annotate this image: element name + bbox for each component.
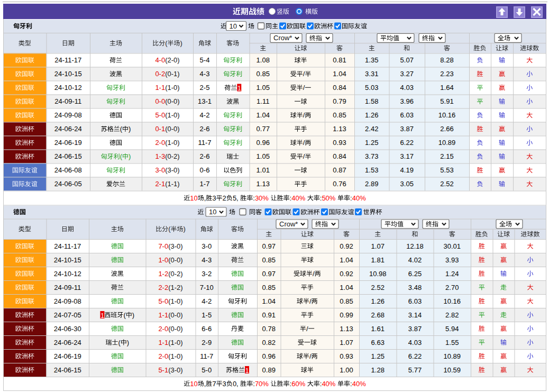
svg-text:/: /: [303, 111, 305, 119]
svg-text:30%: 30%: [255, 194, 269, 202]
svg-text:/: /: [309, 352, 312, 360]
svg-text:(1-0): (1-0): [168, 352, 182, 360]
svg-text:24-09-08: 24-09-08: [54, 297, 81, 305]
svg-text:40%: 40%: [352, 194, 366, 202]
svg-text:10.59: 10.59: [443, 366, 461, 374]
svg-text:3.31: 3.31: [365, 70, 378, 78]
svg-text:10.16: 10.16: [438, 111, 456, 119]
svg-text:24-06-15: 24-06-15: [54, 366, 81, 374]
svg-text:40%: 40%: [352, 380, 366, 388]
svg-text:3: 3: [212, 194, 216, 202]
svg-text:0.82: 0.82: [262, 339, 276, 347]
svg-text:/: /: [313, 270, 315, 278]
svg-text:4.19: 4.19: [400, 166, 414, 174]
svg-text:1.04: 1.04: [257, 111, 270, 119]
svg-text:2: 2: [223, 194, 226, 202]
svg-text:2.68: 2.68: [371, 311, 385, 319]
svg-text:24-06-19: 24-06-19: [54, 352, 81, 360]
svg-text:1.25: 1.25: [371, 352, 385, 360]
svg-text:1.11: 1.11: [257, 97, 269, 105]
svg-text:1-2: 1-2: [158, 270, 168, 278]
svg-text:24-06-24: 24-06-24: [54, 339, 81, 347]
svg-text:8.28: 8.28: [440, 56, 453, 64]
svg-text:4-3: 4-3: [200, 70, 210, 78]
svg-text:5.77: 5.77: [408, 366, 422, 374]
svg-text:3: 3: [223, 380, 226, 388]
svg-text:(0-0): (0-0): [168, 311, 182, 319]
svg-text:2.52: 2.52: [371, 284, 385, 291]
svg-text:24-06-08: 24-06-08: [54, 166, 82, 174]
svg-text:1.00: 1.00: [340, 366, 353, 374]
svg-text:(1-1): (1-1): [165, 180, 179, 188]
svg-text:Crow*: Crow*: [279, 220, 298, 228]
svg-text:10: 10: [190, 380, 197, 388]
svg-text:0.85: 0.85: [333, 111, 346, 119]
svg-text:5.03: 5.03: [365, 84, 378, 92]
svg-text:2.66: 2.66: [440, 125, 453, 133]
svg-text:24-07-05: 24-07-05: [54, 311, 81, 319]
svg-text:5.07: 5.07: [400, 56, 414, 64]
svg-text:0.81: 0.81: [333, 56, 346, 64]
svg-text:12.18: 12.18: [406, 242, 424, 250]
svg-text:1.13: 1.13: [257, 180, 270, 188]
svg-text:0-2: 0-2: [155, 70, 165, 78]
svg-text:0.97: 0.97: [262, 242, 276, 250]
svg-text:1.07: 1.07: [371, 242, 385, 250]
svg-text:24-10-12: 24-10-12: [54, 84, 82, 92]
svg-text:3.14: 3.14: [408, 311, 422, 319]
svg-text:,: ,: [204, 194, 206, 202]
svg-text:0.97: 0.97: [262, 270, 276, 278]
svg-text:60%: 60%: [291, 380, 305, 388]
svg-text:(3-0): (3-0): [168, 366, 182, 374]
svg-text:10: 10: [209, 208, 216, 216]
svg-text:0.87: 0.87: [333, 166, 346, 174]
svg-text:2.42: 2.42: [365, 125, 378, 133]
svg-text:30.01: 30.01: [443, 242, 461, 250]
svg-text:10.16: 10.16: [443, 297, 461, 305]
svg-text:0.85: 0.85: [340, 297, 353, 305]
svg-text:5-0: 5-0: [158, 297, 168, 305]
svg-text:(3-0): (3-0): [168, 242, 182, 250]
svg-text:1-1: 1-1: [155, 84, 165, 92]
svg-text:0.99: 0.99: [340, 311, 353, 319]
svg-text:1: 1: [237, 85, 241, 92]
svg-text:0.91: 0.91: [262, 311, 276, 319]
svg-text:24-10-12: 24-10-12: [54, 270, 81, 278]
svg-text:(0-2): (0-2): [168, 270, 182, 278]
svg-text:3.96: 3.96: [400, 97, 414, 105]
svg-text:70%: 70%: [255, 380, 269, 388]
svg-text:10.89: 10.89: [443, 352, 461, 360]
svg-text:1.58: 1.58: [365, 97, 378, 105]
svg-text:1.81: 1.81: [371, 256, 385, 264]
svg-text:1.04: 1.04: [340, 284, 353, 291]
svg-text:24-09-08: 24-09-08: [54, 111, 82, 119]
svg-text:0.79: 0.79: [333, 97, 346, 105]
svg-text:1.05: 1.05: [257, 152, 270, 160]
svg-text:0.85: 0.85: [262, 256, 276, 264]
svg-text:0.93: 0.93: [333, 139, 346, 147]
svg-text:2-6: 2-6: [200, 152, 210, 160]
svg-text:10.89: 10.89: [438, 139, 456, 147]
svg-text:0.96: 0.96: [257, 139, 270, 147]
svg-text:(3-0): (3-0): [165, 166, 179, 174]
svg-text:0.89: 0.89: [262, 366, 276, 374]
svg-text:1-1: 1-1: [158, 311, 168, 319]
svg-text:2.23: 2.23: [440, 70, 453, 78]
svg-text:4-2: 4-2: [202, 297, 212, 305]
svg-text:(: (: [120, 152, 123, 160]
svg-text:1.35: 1.35: [365, 56, 378, 64]
svg-text:0,: 0,: [233, 380, 239, 388]
svg-text:(0-0): (0-0): [168, 325, 182, 333]
svg-text:0.78: 0.78: [262, 325, 276, 333]
svg-text:2-0: 2-0: [158, 352, 168, 360]
svg-text:24-10-15: 24-10-15: [54, 70, 82, 78]
svg-text:24-06-24: 24-06-24: [54, 125, 82, 133]
svg-text:2-9: 2-9: [202, 339, 212, 347]
svg-text:(0-1): (0-1): [165, 70, 179, 78]
svg-text:3.93: 3.93: [445, 256, 459, 264]
svg-text:5-4: 5-4: [200, 56, 210, 64]
svg-text:(1-0): (1-0): [165, 84, 179, 92]
svg-text:0.96: 0.96: [262, 352, 276, 360]
svg-text:0.85: 0.85: [257, 70, 270, 78]
svg-text:0.84: 0.84: [333, 152, 346, 160]
